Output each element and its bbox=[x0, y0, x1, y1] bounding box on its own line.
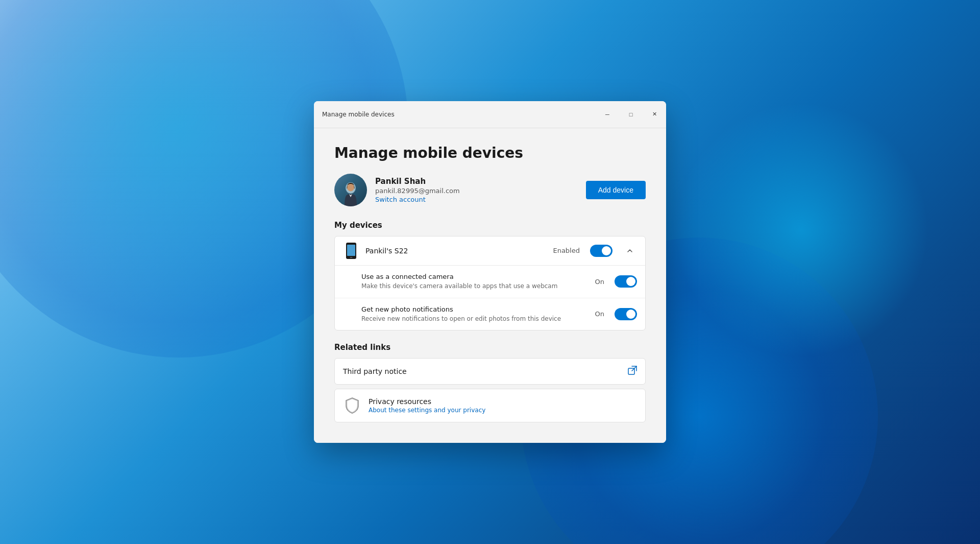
add-device-button[interactable]: Add device bbox=[586, 181, 646, 199]
chevron-up-icon bbox=[627, 248, 633, 254]
toggle-thumb-photo bbox=[626, 310, 635, 319]
window-controls: ─ □ ✕ bbox=[596, 106, 666, 123]
user-info: Pankil Shah pankil.82995@gmail.com Switc… bbox=[334, 174, 460, 206]
photo-notifications-title: Get new photo notifications bbox=[361, 305, 589, 313]
privacy-title: Privacy resources bbox=[369, 397, 485, 406]
user-email: pankil.82995@gmail.com bbox=[375, 187, 460, 195]
related-links-header: Related links bbox=[334, 343, 646, 352]
minimize-button[interactable]: ─ bbox=[596, 106, 619, 123]
maximize-button[interactable]: □ bbox=[619, 106, 643, 123]
device-card: Pankil's S22 Enabled Use as a connected … bbox=[334, 236, 646, 331]
photo-notifications-info: Get new photo notifications Receive new … bbox=[361, 305, 589, 323]
privacy-info: Privacy resources About these settings a… bbox=[369, 397, 485, 414]
user-details: Pankil Shah pankil.82995@gmail.com Switc… bbox=[375, 177, 460, 203]
privacy-resources-row[interactable]: Privacy resources About these settings a… bbox=[335, 389, 645, 422]
my-devices-section-header: My devices bbox=[334, 221, 646, 230]
manage-devices-window: Manage mobile devices ─ □ ✕ Manage mobil… bbox=[314, 101, 666, 443]
connected-camera-desc: Make this device's camera available to a… bbox=[361, 282, 589, 291]
privacy-subtitle[interactable]: About these settings and your privacy bbox=[369, 407, 485, 414]
external-link-icon bbox=[628, 366, 637, 377]
related-links-section: Related links Third party notice bbox=[334, 343, 646, 422]
shield-svg bbox=[345, 397, 360, 414]
photo-notifications-status: On bbox=[595, 310, 604, 318]
user-name: Pankil Shah bbox=[375, 177, 460, 186]
window-title: Manage mobile devices bbox=[322, 111, 395, 118]
photo-notifications-toggle[interactable] bbox=[615, 308, 637, 320]
photo-notifications-desc: Receive new notifications to open or edi… bbox=[361, 315, 589, 323]
privacy-resources-card: Privacy resources About these settings a… bbox=[334, 389, 646, 422]
connected-camera-toggle[interactable] bbox=[615, 275, 637, 288]
device-enable-toggle[interactable] bbox=[590, 245, 612, 257]
page-title: Manage mobile devices bbox=[334, 145, 646, 161]
content-area: Manage mobile devices bbox=[314, 128, 666, 443]
toggle-thumb bbox=[602, 246, 611, 255]
device-row: Pankil's S22 Enabled bbox=[335, 236, 645, 266]
connected-camera-status: On bbox=[595, 278, 604, 286]
shield-icon bbox=[343, 396, 361, 415]
avatar-image bbox=[340, 181, 361, 206]
switch-account-link[interactable]: Switch account bbox=[375, 196, 460, 203]
phone-icon-shape bbox=[346, 243, 356, 259]
avatar bbox=[334, 174, 367, 206]
third-party-notice-card: Third party notice bbox=[334, 358, 646, 385]
toggle-thumb-camera bbox=[626, 277, 635, 286]
title-bar: Manage mobile devices ─ □ ✕ bbox=[314, 101, 666, 128]
device-name: Pankil's S22 bbox=[365, 247, 547, 255]
device-expand-button[interactable] bbox=[623, 244, 637, 258]
device-enabled-label: Enabled bbox=[553, 247, 580, 254]
close-button[interactable]: ✕ bbox=[643, 106, 666, 123]
connected-camera-info: Use as a connected camera Make this devi… bbox=[361, 273, 589, 291]
bg-decoration-3 bbox=[674, 102, 929, 358]
toggle-track[interactable] bbox=[590, 245, 612, 257]
toggle-track-camera[interactable] bbox=[615, 275, 637, 288]
photo-notifications-setting: Get new photo notifications Receive new … bbox=[335, 298, 645, 330]
third-party-notice-label: Third party notice bbox=[343, 367, 628, 375]
third-party-notice-row[interactable]: Third party notice bbox=[335, 359, 645, 384]
connected-camera-setting: Use as a connected camera Make this devi… bbox=[335, 266, 645, 298]
user-row: Pankil Shah pankil.82995@gmail.com Switc… bbox=[334, 174, 646, 206]
connected-camera-title: Use as a connected camera bbox=[361, 273, 589, 280]
device-phone-icon bbox=[343, 243, 359, 259]
svg-point-2 bbox=[347, 183, 354, 191]
toggle-track-photo[interactable] bbox=[615, 308, 637, 320]
